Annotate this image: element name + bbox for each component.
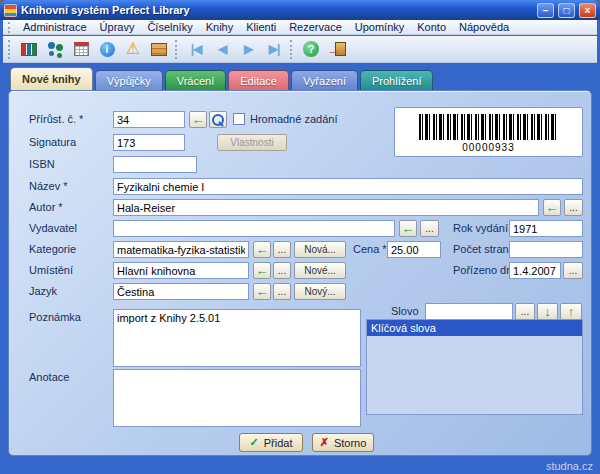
keywords-header: Klíčová slova [367,320,582,336]
accession-search-button[interactable] [209,111,227,128]
toolbar-catalog-button[interactable] [146,37,172,61]
magnifier-icon [212,114,224,126]
menu-item-napoveda[interactable]: Nápověda [453,21,515,33]
catalog-icon [151,43,167,56]
language-label: Jazyk [29,285,57,297]
menu-item-upominky[interactable]: Upomínky [349,21,411,33]
annotation-textarea[interactable] [113,369,361,427]
publisher-back-button[interactable]: ← [399,220,417,237]
exit-arrow-icon: → [328,44,340,56]
help-icon: ? [303,41,319,57]
toolbar-grip-1[interactable] [8,40,13,59]
menu-item-administrace[interactable]: Administrace [17,21,93,33]
acquired-date-input[interactable] [509,262,561,279]
word-down-button[interactable]: ↓ [537,303,558,320]
author-label: Autor * [29,201,63,213]
up-arrow-icon: ↑ [568,305,575,318]
toolbar-first-record-button[interactable]: |◀ [183,37,209,61]
tab-editace[interactable]: Editace [228,70,289,90]
bulk-entry-label: Hromadné zadání [250,113,337,125]
language-back-button[interactable]: ← [253,283,271,300]
price-input[interactable] [387,241,441,258]
cancel-button-label: Storno [334,437,366,449]
calendar-icon [74,42,89,56]
toolbar-clients-button[interactable] [42,37,68,61]
menu-item-rezervace[interactable]: Rezervace [283,21,348,33]
language-new-button[interactable]: Nový... [294,283,346,300]
toolbar-help-button[interactable]: ? [298,37,324,61]
toolbar-grip-3[interactable] [290,40,295,59]
language-input[interactable] [113,283,249,300]
previous-record-icon: ◀ [218,42,226,56]
publisher-label: Vydavatel [29,222,77,234]
language-browse-button[interactable]: ... [273,283,291,300]
back-arrow-icon: ← [192,113,205,126]
menu-item-knihy[interactable]: Knihy [200,21,240,33]
author-browse-button[interactable]: ... [564,199,583,216]
location-input[interactable] [113,262,249,279]
reminders-icon: i [100,42,115,57]
category-input[interactable] [113,241,249,258]
close-button[interactable]: × [579,3,596,18]
isbn-input[interactable] [113,156,197,173]
category-browse-button[interactable]: ... [273,241,291,258]
note-textarea[interactable]: import z Knihy 2.5.01 [113,309,361,367]
word-input[interactable] [425,303,513,320]
tab-prohlizeni[interactable]: Prohlížení [360,70,434,90]
menu-bar: Administrace Úpravy Číselníky Knihy Klie… [3,20,597,35]
tab-nove-knihy[interactable]: Nové knihy [10,67,93,90]
barcode-bars [419,114,559,140]
toolbar-reminders-button[interactable]: i [94,37,120,61]
menu-grip[interactable] [8,22,13,33]
location-back-button[interactable]: ← [253,262,271,279]
toolbar-last-record-button[interactable]: ▶| [261,37,287,61]
tab-vraceni[interactable]: Vrácení [165,70,227,90]
pages-label: Počet stran [453,243,509,255]
toolbar-warning-button[interactable]: ⚠ [120,37,146,61]
keywords-list[interactable]: Klíčová slova [366,319,583,415]
back-arrow-icon: ← [256,285,269,298]
barcode: 00000933 [394,107,583,157]
menu-item-klienti[interactable]: Klienti [240,21,282,33]
accession-back-button[interactable]: ← [189,111,207,128]
maximize-button[interactable]: □ [558,3,575,18]
toolbar-previous-record-button[interactable]: ◀ [209,37,235,61]
menu-item-konto[interactable]: Konto [411,21,452,33]
tab-vypujcky[interactable]: Výpůjčky [95,70,163,90]
toolbar-grip-2[interactable] [175,40,180,59]
word-up-button[interactable]: ↑ [560,303,582,320]
category-new-button[interactable]: Nová... [294,241,346,258]
tab-vyrazeni[interactable]: Vyřazení [291,70,358,90]
location-new-button[interactable]: Nové... [294,262,346,279]
add-button[interactable]: ✓ Přidat [239,433,303,452]
title-input[interactable] [113,178,583,195]
location-browse-button[interactable]: ... [273,262,291,279]
toolbar-calendar-button[interactable] [68,37,94,61]
acquired-date-browse-button[interactable]: ... [563,262,583,279]
back-arrow-icon: ← [546,201,559,214]
word-browse-button[interactable]: ... [515,303,535,320]
author-input[interactable] [113,199,539,216]
toolbar-next-record-button[interactable]: ▶ [235,37,261,61]
cross-icon: ✗ [320,436,329,449]
toolbar-books-button[interactable] [16,37,42,61]
minimize-button[interactable]: – [537,3,554,18]
price-label: Cena * [353,243,387,255]
category-back-button[interactable]: ← [253,241,271,258]
year-input[interactable] [509,220,583,237]
author-back-button[interactable]: ← [543,199,561,216]
app-window: Knihovní systém Perfect Library – □ × Ad… [0,0,600,474]
pages-input[interactable] [509,241,583,258]
publisher-browse-button[interactable]: ... [420,220,439,237]
bulk-entry-checkbox[interactable] [233,113,245,125]
cancel-button[interactable]: ✗ Storno [312,433,374,452]
titlebar[interactable]: Knihovní systém Perfect Library – □ × [0,0,600,20]
toolbar-exit-button[interactable]: → [324,37,350,61]
warning-icon: ⚠ [126,41,140,57]
menu-item-ciselniky[interactable]: Číselníky [141,21,198,33]
publisher-input[interactable] [113,220,395,237]
tab-bar: Nové knihy Výpůjčky Vrácení Editace Vyřa… [10,67,433,90]
menu-item-upravy[interactable]: Úpravy [94,21,141,33]
accession-input[interactable] [113,111,185,128]
signatura-input[interactable] [113,134,185,151]
